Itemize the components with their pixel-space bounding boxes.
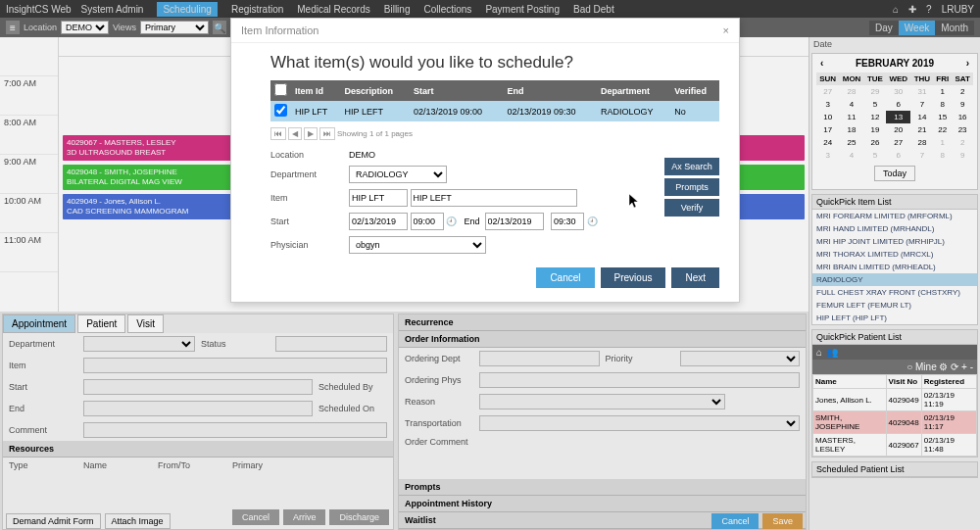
prev-page-icon[interactable]: ◀ (288, 127, 302, 140)
m-phys-select[interactable]: obgyn (349, 236, 486, 254)
select-all-checkbox[interactable] (274, 83, 287, 96)
m-dept-label: Department (270, 169, 339, 179)
clock-icon[interactable]: 🕘 (446, 217, 457, 226)
modal-previous-button[interactable]: Previous (601, 267, 666, 288)
modal-next-button[interactable]: Next (671, 267, 719, 288)
m-item-id-input[interactable] (349, 189, 408, 207)
m-location-value: DEMO (349, 150, 375, 160)
m-item-desc-input[interactable] (411, 189, 577, 207)
item-info-modal: Item Information× What item(s) would you… (230, 18, 740, 303)
close-icon[interactable]: × (723, 24, 729, 36)
next-page-icon[interactable]: ▶ (304, 127, 318, 140)
first-page-icon[interactable]: ⏮ (270, 127, 286, 140)
modal-cancel-button[interactable]: Cancel (536, 267, 594, 288)
modal-side-button[interactable]: Verify (664, 199, 719, 217)
m-start-label: Start (270, 217, 339, 226)
modal-title: Item Information (241, 24, 318, 36)
m-end-date-input[interactable] (485, 213, 544, 230)
modal-side-button[interactable]: Ax Search (664, 158, 719, 175)
m-start-time-input[interactable] (411, 213, 444, 230)
m-item-label: Item (270, 193, 339, 203)
pager: ⏮ ◀ ▶ ⏭ Showing 1 of 1 pages (270, 127, 719, 140)
m-start-date-input[interactable] (349, 213, 408, 230)
m-end-time-input[interactable] (551, 213, 584, 230)
modal-side-button[interactable]: Prompts (664, 178, 719, 196)
item-table: Item Id Description Start End Department… (270, 80, 719, 121)
modal-heading: What item(s) would you like to schedule? (270, 53, 719, 72)
row-checkbox[interactable] (274, 104, 287, 117)
clock-icon[interactable]: 🕘 (587, 217, 598, 226)
m-dept-select[interactable]: RADIOLOGY (349, 166, 447, 183)
table-row[interactable]: HIP LFT HIP LEFT 02/13/2019 09:00 02/13/… (270, 101, 719, 121)
m-location-label: Location (270, 150, 339, 160)
last-page-icon[interactable]: ⏭ (319, 127, 335, 140)
m-phys-label: Physician (270, 240, 339, 250)
m-end-label: End (465, 217, 480, 226)
